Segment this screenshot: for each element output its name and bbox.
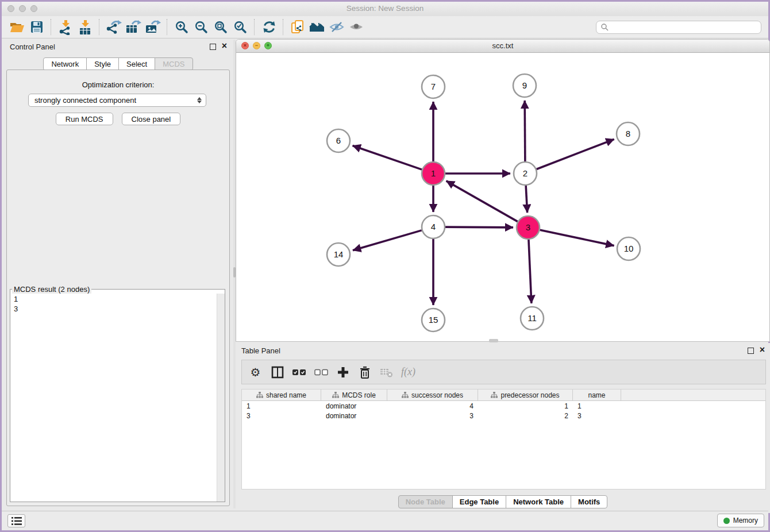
table-row-0[interactable]: 1dominator411: [242, 401, 765, 411]
close-panel-icon[interactable]: ×: [222, 43, 227, 49]
zoom-in-button[interactable]: [172, 18, 191, 36]
tab-node-table[interactable]: Node Table: [398, 495, 453, 508]
tab-select[interactable]: Select: [118, 57, 155, 71]
table-row-1[interactable]: 3dominator323: [242, 411, 765, 421]
mcds-result-title: MCDS result (2 nodes): [12, 285, 91, 294]
column-header-name[interactable]: name: [573, 390, 621, 400]
graph-node-label-15: 15: [429, 315, 438, 325]
toolbar-separator: [254, 19, 255, 35]
application-window: Session: New Session: [0, 0, 770, 532]
criterion-dropdown[interactable]: strongly connected component: [28, 94, 206, 107]
cell-shared-name[interactable]: 1: [242, 402, 321, 410]
toolbar-separator: [51, 19, 52, 35]
graph-node-label-6: 6: [336, 136, 341, 145]
table-toolbar: ⚙ f(x): [241, 360, 766, 384]
hide-selected-button[interactable]: [327, 18, 346, 36]
task-history-button[interactable]: [7, 514, 25, 527]
mcds-result-value: 1: [14, 294, 221, 304]
delete-table-icon: [380, 367, 393, 378]
zoom-out-icon: [194, 20, 208, 34]
cell-shared-name[interactable]: 3: [242, 412, 321, 420]
toolbar-separator: [283, 19, 284, 35]
cell-name[interactable]: 1: [573, 402, 621, 410]
memory-status-icon: [723, 518, 730, 524]
import-table-button[interactable]: [75, 18, 95, 36]
table-panel-tabs: Node TableEdge TableNetwork TableMotifs: [236, 495, 770, 508]
save-session-button[interactable]: [27, 18, 47, 36]
delete-table-button[interactable]: [378, 364, 395, 380]
zoom-out-button[interactable]: [191, 18, 211, 36]
cell-name[interactable]: 3: [573, 412, 621, 420]
network-canvas[interactable]: 7968124314101511: [236, 53, 769, 342]
eye-icon: [349, 20, 364, 34]
split-view-button[interactable]: [269, 364, 286, 380]
tab-motifs[interactable]: Motifs: [571, 495, 607, 508]
close-table-panel-icon[interactable]: ×: [760, 346, 765, 353]
graph-node-label-10: 10: [624, 244, 634, 253]
memory-button[interactable]: Memory: [717, 514, 764, 527]
copy-network-button[interactable]: [288, 18, 307, 36]
zoom-in-icon: [175, 20, 188, 34]
graph-edge-1-6[interactable]: [353, 145, 422, 169]
zoom-selected-button[interactable]: [230, 18, 250, 36]
graph-node-label-3: 3: [526, 222, 530, 232]
refresh-layout-button[interactable]: [259, 18, 279, 36]
tab-style[interactable]: Style: [86, 57, 119, 71]
tab-network-table[interactable]: Network Table: [506, 495, 571, 508]
import-network-button[interactable]: [56, 18, 75, 36]
search-field[interactable]: [596, 21, 761, 34]
run-mcds-button[interactable]: Run MCDS: [56, 113, 113, 125]
export-table-button[interactable]: [124, 18, 143, 36]
home-view-button[interactable]: [307, 18, 327, 36]
cell-predecessor-nodes[interactable]: 2: [478, 412, 573, 420]
float-panel-icon[interactable]: [210, 44, 216, 50]
toolbar-separator: [99, 19, 100, 35]
cell-predecessor-nodes[interactable]: 1: [478, 402, 573, 410]
graph-edge-3-10[interactable]: [540, 230, 614, 245]
graph-node-label-8: 8: [626, 129, 630, 138]
column-header-shared-name[interactable]: shared name: [242, 390, 321, 400]
copy-network-icon: [290, 20, 305, 35]
cell-successor-nodes[interactable]: 4: [387, 402, 478, 410]
graph-node-label-4: 4: [431, 222, 436, 232]
zoom-fit-button[interactable]: [211, 18, 230, 36]
export-network-button[interactable]: [104, 18, 124, 36]
cell-mcds-role[interactable]: dominator: [321, 412, 387, 420]
show-all-button[interactable]: [346, 18, 366, 36]
graph-edge-2-9[interactable]: [525, 101, 525, 161]
tab-network[interactable]: Network: [43, 57, 87, 71]
window-title: Session: New Session: [2, 4, 768, 13]
graph-edge-4-14[interactable]: [353, 230, 422, 250]
attribute-tree-icon: [332, 392, 339, 398]
cell-mcds-role[interactable]: dominator: [321, 402, 387, 410]
graph-edge-2-3[interactable]: [526, 186, 528, 213]
graph-svg[interactable]: 7968124314101511: [236, 53, 769, 342]
graph-edge-3-1[interactable]: [446, 181, 518, 222]
search-input[interactable]: [609, 21, 761, 33]
result-scrollbar[interactable]: [217, 294, 225, 502]
graph-edge-3-11[interactable]: [529, 240, 532, 303]
horizontal-splitter-handle[interactable]: [489, 339, 498, 342]
graph-node-label-9: 9: [522, 80, 527, 90]
select-all-button[interactable]: [291, 364, 307, 380]
function-builder-button[interactable]: f(x): [400, 364, 417, 380]
network-window-titlebar[interactable]: × − + scc.txt: [236, 40, 769, 53]
graph-edge-2-8[interactable]: [537, 139, 614, 169]
tab-mcds[interactable]: MCDS: [155, 57, 192, 71]
open-session-button[interactable]: [7, 18, 27, 36]
table-settings-button[interactable]: ⚙: [247, 364, 264, 380]
deselect-all-button[interactable]: [313, 364, 329, 380]
export-image-button[interactable]: [143, 18, 163, 36]
delete-row-button[interactable]: [356, 364, 373, 380]
column-header-mcds-role[interactable]: MCDS role: [321, 390, 387, 400]
graph-edge-4-3[interactable]: [445, 227, 513, 228]
close-panel-button[interactable]: Close panel: [122, 113, 181, 125]
tab-edge-table[interactable]: Edge Table: [452, 495, 506, 508]
attribute-tree-icon: [256, 392, 263, 398]
criterion-dropdown-value: strongly connected component: [34, 96, 136, 105]
float-table-panel-icon[interactable]: [748, 348, 754, 354]
add-row-button[interactable]: [334, 364, 351, 380]
cell-successor-nodes[interactable]: 3: [387, 412, 478, 420]
column-header-successor-nodes[interactable]: successor nodes: [387, 390, 478, 400]
column-header-predecessor-nodes[interactable]: predecessor nodes: [478, 390, 573, 400]
